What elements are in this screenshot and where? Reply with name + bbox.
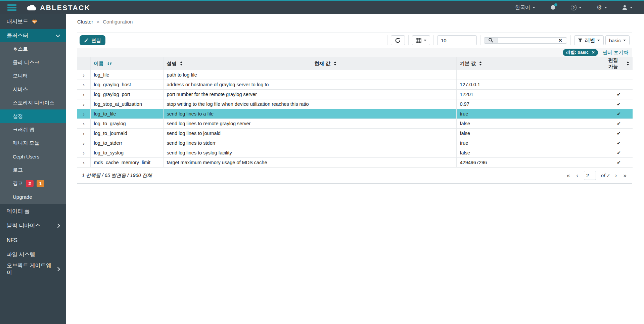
alert-count-badge-critical: 2 xyxy=(26,180,34,187)
sidebar-item-manager-modules[interactable]: 매니저 모듈 xyxy=(0,136,66,150)
help-icon: ? xyxy=(571,5,577,10)
heart-pulse-icon xyxy=(32,19,38,24)
table-row[interactable]: › log_to_graylog send log lines to remot… xyxy=(77,119,633,129)
breadcrumb-parent[interactable]: Cluster xyxy=(77,19,93,25)
page-count-label: of 7 xyxy=(601,173,609,178)
filter-chip-level-basic[interactable]: 레벨: basic ✕ xyxy=(563,49,598,56)
expand-row-icon[interactable]: › xyxy=(77,109,90,119)
table-row[interactable]: › log_to_journald send log lines to jour… xyxy=(77,129,633,138)
cell-description: address or hostname of graylog server to… xyxy=(163,80,311,90)
expand-row-icon[interactable]: › xyxy=(77,138,90,148)
gear-icon: ⚙ xyxy=(596,4,602,11)
table-row[interactable]: › log_graylog_port port number for the r… xyxy=(77,90,633,99)
cell-current-value xyxy=(311,148,456,158)
sidebar-item-logs[interactable]: 로그 xyxy=(0,163,66,177)
clear-filters-link[interactable]: 필터 초기화 xyxy=(602,49,628,56)
expand-row-icon[interactable]: › xyxy=(77,99,90,109)
sidebar-item-storage-devices[interactable]: 스토리지 디바이스 xyxy=(0,96,66,109)
refresh-button[interactable] xyxy=(391,35,405,45)
sidebar-item-ceph-users[interactable]: Ceph Users xyxy=(0,150,66,163)
cell-description: send log lines to remote graylog server xyxy=(163,119,311,129)
first-page-button[interactable]: « xyxy=(566,172,570,179)
cell-current-value xyxy=(311,138,456,148)
expand-row-icon[interactable]: › xyxy=(77,90,90,99)
sidebar-item-block-devices[interactable]: 블럭 디바이스 xyxy=(0,219,66,233)
column-header-description[interactable]: 설명 xyxy=(163,57,311,70)
search-icon xyxy=(488,38,494,43)
table-row[interactable]: › mds_cache_memory_limit target maximum … xyxy=(77,158,633,168)
chevron-down-icon xyxy=(424,40,426,41)
table-row[interactable]: › log_file path to log file xyxy=(77,70,633,80)
edit-button[interactable]: 편집 xyxy=(80,35,105,45)
selection-summary: 1 선택됨 / 65 발견됨 / 1960 전체 xyxy=(82,172,152,179)
sidebar-item-pools[interactable]: 데이터 풀 xyxy=(0,204,66,219)
user-dropdown[interactable] xyxy=(622,5,633,10)
page-size-input[interactable] xyxy=(437,35,477,45)
divider xyxy=(387,35,387,45)
sidebar-nav: 대시보드 클러스터 호스트 물리 디스크 모니터 서비스 스토리지 디바이스 설… xyxy=(0,14,66,324)
cell-default-value: 4294967296 xyxy=(456,158,605,168)
level-value-dropdown[interactable]: basic xyxy=(605,35,630,45)
sidebar-item-hosts[interactable]: 호스트 xyxy=(0,42,66,56)
expand-row-icon[interactable]: › xyxy=(77,119,90,129)
cell-current-value xyxy=(311,99,456,109)
cell-description: target maximum memory usage of MDS cache xyxy=(163,158,311,168)
next-page-button[interactable]: › xyxy=(614,172,618,179)
sidebar-item-services[interactable]: 서비스 xyxy=(0,83,66,96)
notifications-button[interactable] xyxy=(550,4,556,11)
table-row[interactable]: › log_stop_at_utilization stop writing t… xyxy=(77,99,633,109)
sidebar-item-upgrade[interactable]: Upgrade xyxy=(0,190,66,203)
prev-page-button[interactable]: ‹ xyxy=(576,172,579,179)
sort-ascending-icon xyxy=(107,61,112,66)
cell-description: send log lines to journald xyxy=(163,129,311,138)
cell-description: send log lines to syslog facility xyxy=(163,148,311,158)
cell-default-value: 12201 xyxy=(456,90,605,99)
sidebar-item-object-gateway[interactable]: 오브젝트 게이트웨이 xyxy=(0,262,66,276)
editable-check-icon: ✔ xyxy=(605,109,633,119)
language-dropdown[interactable]: 한국어 xyxy=(515,4,535,11)
cell-name: log_file xyxy=(90,70,163,80)
expand-row-icon[interactable]: › xyxy=(77,80,90,90)
sidebar-item-configuration[interactable]: 설정 xyxy=(0,109,66,123)
expand-row-icon[interactable]: › xyxy=(77,148,90,158)
search-button[interactable] xyxy=(484,37,498,44)
level-filter-dropdown[interactable]: 레벨 xyxy=(574,35,604,45)
column-header-name[interactable]: 이름 xyxy=(90,57,163,70)
column-header-current-value[interactable]: 현재 값 xyxy=(311,57,456,70)
cell-default-value xyxy=(456,70,605,80)
column-visibility-dropdown[interactable] xyxy=(412,35,430,45)
remove-filter-icon[interactable]: ✕ xyxy=(592,50,595,55)
configuration-table: 이름 설명 현재 값 xyxy=(77,57,633,168)
column-header-default-value[interactable]: 기본 값 xyxy=(456,57,605,70)
sidebar-item-physical-disks[interactable]: 물리 디스크 xyxy=(0,56,66,69)
table-header-row: 이름 설명 현재 값 xyxy=(77,57,633,70)
page-number-input[interactable] xyxy=(584,171,596,180)
menu-toggle-icon[interactable] xyxy=(7,4,16,11)
table-footer: 1 선택됨 / 65 발견됨 / 1960 전체 « ‹ of 7 › » xyxy=(77,168,632,183)
sidebar-item-alerts[interactable]: 경고 2 1 xyxy=(0,177,66,190)
table-row[interactable]: › log_to_syslog send log lines to syslog… xyxy=(77,148,633,158)
sidebar-item-dashboard[interactable]: 대시보드 xyxy=(0,14,66,29)
help-dropdown[interactable]: ? xyxy=(571,5,582,10)
last-page-button[interactable]: » xyxy=(623,172,627,179)
sidebar-item-monitors[interactable]: 모니터 xyxy=(0,69,66,83)
editable-check-icon xyxy=(605,80,633,90)
expand-row-icon[interactable]: › xyxy=(77,158,90,168)
editable-check-icon: ✔ xyxy=(605,99,633,109)
clear-search-button[interactable]: ✕ xyxy=(554,37,567,44)
notification-dot-badge xyxy=(554,3,557,6)
sidebar-item-cluster[interactable]: 클러스터 xyxy=(0,29,66,42)
sidebar-item-nfs[interactable]: NFS xyxy=(0,233,66,247)
sidebar-item-crush-map[interactable]: 크러쉬 맵 xyxy=(0,123,66,136)
search-input[interactable] xyxy=(498,37,554,44)
sidebar-item-file-systems[interactable]: 파일 시스템 xyxy=(0,247,66,262)
table-row[interactable]: › log_to_stderr send log lines to stderr… xyxy=(77,138,633,148)
cell-name: log_to_syslog xyxy=(90,148,163,158)
expand-row-icon[interactable]: › xyxy=(77,70,90,80)
table-row-selected[interactable]: › log_to_file send log lines to a file t… xyxy=(77,109,633,119)
expand-row-icon[interactable]: › xyxy=(77,129,90,138)
breadcrumb-separator: » xyxy=(97,19,99,25)
column-header-editable[interactable]: 편집 가능 xyxy=(605,57,633,70)
table-row[interactable]: › log_graylog_host address or hostname o… xyxy=(77,80,633,90)
settings-dropdown[interactable]: ⚙ xyxy=(596,4,607,11)
